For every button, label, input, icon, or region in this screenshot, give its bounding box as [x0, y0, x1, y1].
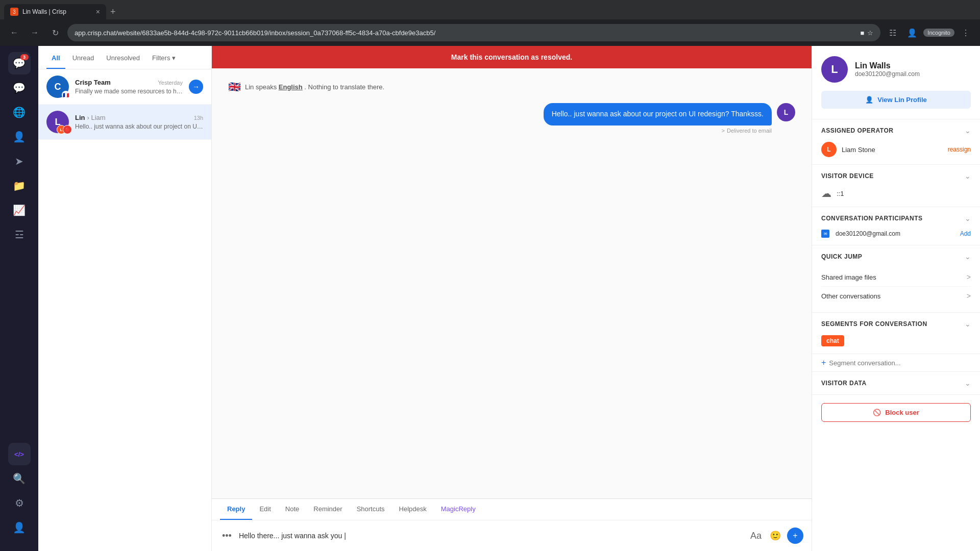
sidebar-icon-search[interactable]: 🔍 — [8, 467, 31, 490]
plus-icon: + — [821, 358, 826, 367]
list-item[interactable]: L L 🔴 Lin › Liam 13h Hello.. just wa — [38, 105, 211, 140]
visitor-data-header[interactable]: VISITOR DATA ⌄ — [812, 372, 980, 394]
avatar: C 🇫🇷 — [46, 76, 69, 98]
chevron-down-icon: ⌄ — [965, 253, 971, 261]
contacts-icon: 👤 — [13, 131, 26, 143]
conv-participants-content: ✉ doe301200@gmail.com Add — [812, 230, 980, 245]
chat-footer: Reply Edit Note Reminder Shortcuts Helpd… — [212, 498, 812, 551]
resolve-banner[interactable]: Mark this conversation as resolved. — [212, 46, 812, 68]
sidebar-icon-user[interactable]: 👤 — [8, 516, 31, 539]
sidebar-icon-chat[interactable]: 💬 — [8, 77, 31, 99]
chevron-right-icon: > — [967, 292, 971, 300]
segments-header[interactable]: SEGMENTS FOR CONVERSATION ⌄ — [812, 313, 980, 335]
sidebar-icon-plugins[interactable]: ☲ — [8, 223, 31, 246]
tab-edit[interactable]: Edit — [252, 499, 278, 520]
arrow-badge: → — [189, 80, 203, 94]
more-options-button[interactable]: ••• — [220, 529, 234, 543]
right-panel: L Lin Walls doe301200@gmail.com 👤 View L… — [812, 46, 980, 551]
sidebar-bottom: </> 🔍 ⚙ 👤 — [8, 443, 31, 545]
chat-main: Mark this conversation as resolved. 🇬🇧 L… — [212, 46, 812, 551]
block-icon: 🚫 — [873, 409, 881, 416]
sidebar-icon-analytics[interactable]: 📈 — [8, 199, 31, 221]
tab-shortcuts[interactable]: Shortcuts — [350, 499, 392, 520]
tab-title: Lin Walls | Crisp — [22, 8, 92, 15]
inbox-icon: 📁 — [13, 180, 26, 192]
conversation-list: C 🇫🇷 Crisp Team Yesterday Finally we mad… — [38, 69, 211, 551]
tab-all[interactable]: All — [46, 46, 65, 69]
chat-messages: 🇬🇧 Lin speaks English . Nothing to trans… — [212, 68, 812, 498]
active-tab[interactable]: 3 Lin Walls | Crisp × — [4, 4, 106, 19]
other-conversations-item[interactable]: Other conversations > — [821, 287, 971, 305]
lang-text: Lin speaks English . Nothing to translat… — [245, 83, 384, 91]
setup-icon: </> — [14, 450, 24, 458]
assigned-operator-content: L Liam Stone reassign — [812, 142, 980, 164]
conversations-panel: All Unread Unresolved Filters ▾ C 🇫🇷 Cri… — [38, 46, 212, 551]
visitor-device-content: ☁ ::1 — [812, 187, 980, 207]
profile-button[interactable]: 👤 — [904, 24, 920, 41]
nav-bar: ← → ↻ app.crisp.chat/website/6833ae5b-84… — [0, 19, 980, 46]
reassign-link[interactable]: reassign — [948, 146, 971, 153]
quick-jump-header[interactable]: QUICK JUMP ⌄ — [812, 245, 980, 268]
tab-unread[interactable]: Unread — [67, 46, 100, 69]
reload-button[interactable]: ↻ — [47, 24, 63, 41]
chevron-down-icon: ⌄ — [965, 172, 971, 180]
list-item[interactable]: C 🇫🇷 Crisp Team Yesterday Finally we mad… — [38, 69, 211, 105]
view-profile-label: View Lin Profile — [877, 96, 927, 104]
conversation-content: Crisp Team Yesterday Finally we made som… — [75, 79, 183, 95]
quick-jump-section: QUICK JUMP ⌄ Shared image files > Other … — [812, 245, 980, 313]
back-button[interactable]: ← — [6, 24, 22, 41]
segments-section: SEGMENTS FOR CONVERSATION ⌄ chat + — [812, 313, 980, 372]
sidebar-icon-setup[interactable]: </> — [8, 443, 31, 465]
quick-jump-title: QUICK JUMP — [821, 253, 862, 260]
cast-icon: ■ — [860, 29, 864, 37]
segment-input-row: + — [812, 354, 980, 371]
conversation-sub: › Liam — [87, 114, 106, 121]
quick-jump-content: Shared image files > Other conversations… — [812, 268, 980, 312]
tab-close-button[interactable]: × — [96, 8, 100, 16]
shared-images-item[interactable]: Shared image files > — [821, 268, 971, 287]
profile-avatar: L — [821, 56, 848, 83]
chat-input[interactable] — [239, 532, 743, 540]
tab-helpdesk[interactable]: Helpdesk — [392, 499, 434, 520]
segment-input[interactable] — [829, 359, 971, 367]
chevron-down-icon: ⌄ — [965, 127, 971, 135]
tab-magicreply[interactable]: MagicReply — [434, 499, 483, 520]
tab-reminder[interactable]: Reminder — [306, 499, 349, 520]
assigned-operator-header[interactable]: ASSIGNED OPERATOR ⌄ — [812, 119, 980, 142]
chevron-down-icon: ⌄ — [965, 379, 971, 387]
profile-section: L Lin Walls doe301200@gmail.com 👤 View L… — [812, 46, 980, 119]
sidebar-icon-home[interactable]: 💬 3 — [8, 52, 31, 74]
sidebar-icon-settings[interactable]: ⚙ — [8, 492, 31, 514]
tab-filters[interactable]: Filters ▾ — [147, 46, 181, 69]
new-tab-button[interactable]: + — [108, 5, 118, 19]
segment-badge[interactable]: chat — [821, 335, 844, 346]
sidebar-icon-inbox[interactable]: 📁 — [8, 174, 31, 197]
view-profile-button[interactable]: 👤 View Lin Profile — [821, 91, 971, 109]
sidebar-icon-send[interactable]: ➤ — [8, 150, 31, 172]
sidebar-icon-contacts[interactable]: 👤 — [8, 126, 31, 148]
visitor-device-header[interactable]: VISITOR DEVICE ⌄ — [812, 165, 980, 187]
sidebar-icon-globe[interactable]: 🌐 — [8, 101, 31, 123]
bookmark-icon[interactable]: ☆ — [867, 29, 873, 37]
tab-reply[interactable]: Reply — [220, 499, 252, 520]
visitor-device-section: VISITOR DEVICE ⌄ ☁ ::1 — [812, 165, 980, 207]
conversation-time: Yesterday — [158, 80, 183, 86]
forward-button[interactable]: → — [27, 24, 43, 41]
add-participant-link[interactable]: Add — [960, 230, 971, 237]
tab-unresolved[interactable]: Unresolved — [101, 46, 145, 69]
menu-button[interactable]: ⋮ — [958, 24, 974, 41]
font-button[interactable]: Aa — [748, 529, 764, 543]
extensions-button[interactable]: ☷ — [885, 24, 901, 41]
conv-participants-title: CONVERSATION PARTICIPANTS — [821, 215, 923, 222]
address-bar[interactable]: app.crisp.chat/website/6833ae5b-844d-4c9… — [67, 24, 880, 41]
address-icons: ■ ☆ — [860, 29, 873, 37]
block-user-button[interactable]: 🚫 Block user — [821, 403, 971, 422]
send-button[interactable]: + — [787, 528, 803, 544]
emoji-button[interactable]: 🙂 — [768, 528, 783, 543]
profile-email: doe301200@gmail.com — [855, 70, 971, 78]
conv-participants-header[interactable]: CONVERSATION PARTICIPANTS ⌄ — [812, 207, 980, 230]
conversation-name: Lin — [75, 114, 85, 121]
chat-action-tabs: Reply Edit Note Reminder Shortcuts Helpd… — [212, 499, 812, 520]
shared-images-label: Shared image files — [821, 273, 876, 281]
tab-note[interactable]: Note — [278, 499, 306, 520]
